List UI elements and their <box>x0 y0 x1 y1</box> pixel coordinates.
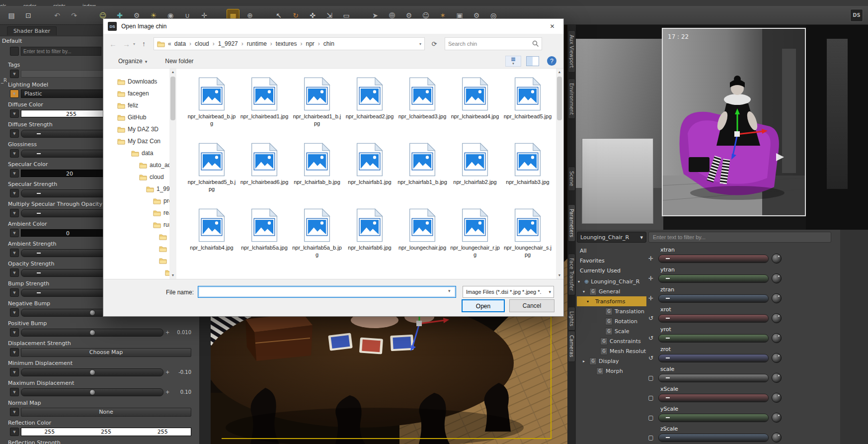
new-folder-button[interactable]: New folder <box>165 58 193 65</box>
param-options-button[interactable] <box>10 129 19 138</box>
file-item[interactable]: npr_lchairfab1.jpg <box>345 139 395 205</box>
folder-tree-item[interactable]: runtim <box>103 219 169 231</box>
param-options-button[interactable] <box>10 209 19 217</box>
param-options-button[interactable] <box>10 288 19 297</box>
slider-dial[interactable] <box>772 373 782 383</box>
slider-track[interactable] <box>658 374 769 382</box>
cancel-button[interactable]: Cancel <box>509 299 554 312</box>
parameter-tree-item[interactable]: G Mesh Resolution <box>577 346 646 356</box>
scrollbar-thumb[interactable] <box>557 77 562 120</box>
address-bar[interactable]: « datacloud1_9927runtimetexturesnprchin … <box>154 37 425 50</box>
parameter-tree-item[interactable]: G Constraints <box>577 336 646 346</box>
file-item[interactable]: npr_lchairbead2.jpg <box>345 74 395 139</box>
parameter-tree-item[interactable]: ▸ G Display <box>577 356 646 366</box>
param-button[interactable]: None <box>21 408 191 417</box>
file-item[interactable]: npr_lchairbead4.jpg <box>450 74 500 139</box>
folder-tree-item[interactable]: geom <box>103 231 169 243</box>
param-options-button[interactable] <box>10 169 19 178</box>
folder-tree-item[interactable]: feliz <box>103 99 169 111</box>
file-item[interactable]: npr_lchairbead5_b.jpg <box>187 139 237 205</box>
aux-render-frame[interactable]: 17 : 22 <box>662 28 806 216</box>
file-item[interactable]: npr_lchairbead3.jpg <box>397 74 447 139</box>
folder-tree-item[interactable]: facegen <box>103 88 169 99</box>
expand-arrow-icon[interactable]: ▾ <box>578 279 582 284</box>
slider-knob[interactable] <box>89 389 95 395</box>
slider-dial[interactable] <box>772 333 782 343</box>
slider-dial[interactable] <box>772 413 782 423</box>
file-item[interactable]: npr_lchairbead1.jpg <box>239 74 289 139</box>
param-options-button[interactable] <box>10 109 19 118</box>
menu-item[interactable]: indow <box>82 3 96 6</box>
breadcrumb-item[interactable]: data <box>174 40 195 47</box>
expand-arrow-icon[interactable]: ▾ <box>587 299 591 304</box>
param-options-button[interactable] <box>10 268 19 277</box>
param-slider[interactable]: + 0.010 <box>21 329 191 337</box>
breadcrumb-item[interactable]: textures <box>276 40 306 47</box>
slider-track[interactable] <box>658 414 769 422</box>
folder-tree-item[interactable]: 1_9927 <box>103 183 169 195</box>
breadcrumb-item[interactable]: chin <box>323 40 334 47</box>
undo-icon[interactable]: ↶ <box>51 9 64 22</box>
breadcrumb-item[interactable]: 1_9927 <box>218 40 247 47</box>
slider-track[interactable] <box>658 255 769 263</box>
slider-dial[interactable] <box>772 393 782 403</box>
group-list-item[interactable]: Currently Used <box>577 266 646 275</box>
open-button[interactable]: Open <box>462 299 505 312</box>
breadcrumb-item[interactable]: runtime <box>247 40 276 47</box>
group-list-item[interactable]: Favorites <box>577 256 646 266</box>
param-options-button[interactable] <box>10 308 19 317</box>
search-box[interactable] <box>445 37 542 50</box>
node-selector[interactable]: Lounging_Chair_R ▾ <box>577 232 646 243</box>
breadcrumb-item[interactable]: cloud <box>195 40 218 47</box>
parameter-tree-item[interactable]: ▾ Transforms <box>577 296 646 306</box>
help-button[interactable]: ? <box>547 56 556 66</box>
folder-tree-item[interactable]: readm <box>103 207 169 219</box>
folder-tree-item[interactable]: props <box>103 195 169 207</box>
file-item[interactable]: npr_lchairbead_b.jpg <box>187 74 237 139</box>
slider-dial[interactable] <box>772 254 782 264</box>
expand-arrow-icon[interactable]: ▾ <box>583 289 587 294</box>
param-options-button[interactable] <box>10 249 19 257</box>
file-item[interactable]: npr_lchairfab3.jpg <box>503 139 552 205</box>
parameter-tree-item[interactable]: G Morph <box>577 366 646 376</box>
param-options-button[interactable] <box>10 328 19 337</box>
preview-pane-button[interactable] <box>526 56 539 66</box>
param-options-button[interactable] <box>10 149 19 158</box>
slider-track[interactable] <box>658 434 769 442</box>
file-type-select[interactable]: Image Files (*.dsi *.jpg *.jpeg *. <box>463 286 554 298</box>
file-item[interactable]: npr_loungechair_s.jpg <box>503 205 552 270</box>
aux-viewport-pane[interactable]: 17 : 22 <box>576 25 868 230</box>
file-item[interactable]: npr_lchairbead1_b.jpg <box>292 74 342 139</box>
refresh-icon[interactable]: ⟳ <box>428 37 441 50</box>
file-name-input[interactable] <box>198 286 456 298</box>
param-options-button[interactable] <box>10 388 19 396</box>
address-dropdown-icon[interactable]: ▾ <box>419 42 421 46</box>
file-item[interactable]: npr_lchairfab5a.jpg <box>239 205 289 270</box>
param-button[interactable]: Choose Map <box>21 348 191 357</box>
parameter-tree-item[interactable]: G Scale <box>577 326 646 336</box>
slider-track[interactable] <box>658 354 769 362</box>
scroll-down-icon[interactable]: ▼ <box>556 272 563 279</box>
breadcrumb-item[interactable]: npr <box>306 40 323 47</box>
menu-item[interactable]: ender <box>23 3 36 6</box>
group-list-item[interactable]: All <box>577 246 646 256</box>
folder-tree-item[interactable]: My DAZ 3D <box>103 123 169 135</box>
scroll-up-icon[interactable]: ▲ <box>556 69 563 76</box>
pane-tab[interactable]: Cameras <box>568 331 575 361</box>
file-item[interactable]: npr_lchairfab6.jpg <box>345 205 395 270</box>
slider-dial[interactable] <box>772 433 782 443</box>
slider-track[interactable] <box>658 334 769 343</box>
param-options-button[interactable] <box>10 189 19 197</box>
menu-item[interactable]: ols <box>0 3 6 6</box>
file-item[interactable]: npr_lchairfab_b.jpg <box>292 139 342 205</box>
pane-tab[interactable]: Scene <box>568 167 575 191</box>
parameters-filter-input[interactable] <box>648 232 831 243</box>
save-icon[interactable]: ▤ <box>5 9 18 22</box>
folder-tree-item[interactable]: np <box>103 266 169 278</box>
slider-dial[interactable] <box>772 313 782 323</box>
search-input[interactable] <box>445 41 532 47</box>
folder-tree-item[interactable]: libra <box>103 243 169 255</box>
file-item[interactable]: npr_lchairfab4.jpg <box>187 205 237 270</box>
file-item[interactable]: npr_lchairbead5.jpg <box>503 74 552 139</box>
slider-dial[interactable] <box>772 273 782 283</box>
